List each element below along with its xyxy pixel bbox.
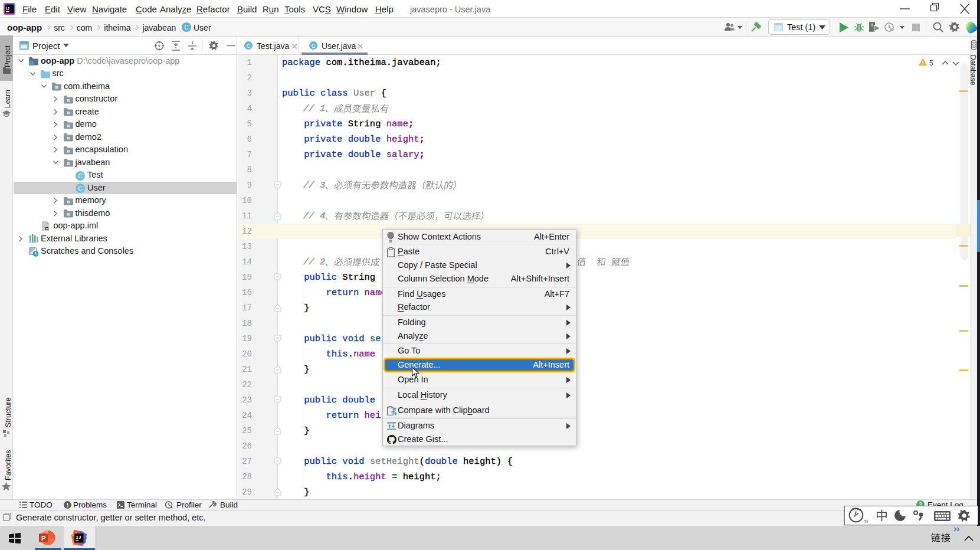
- svg-text:C: C: [78, 185, 83, 192]
- svg-text:C: C: [247, 42, 251, 49]
- svg-text:P: P: [41, 535, 45, 542]
- svg-text:TM: TM: [864, 519, 868, 523]
- svg-text:IJ: IJ: [76, 535, 81, 540]
- svg-text:IJ: IJ: [6, 6, 9, 11]
- svg-text:C: C: [185, 24, 189, 31]
- svg-text:C: C: [312, 42, 316, 49]
- svg-text:C: C: [78, 172, 83, 179]
- svg-text:5: 5: [929, 59, 933, 67]
